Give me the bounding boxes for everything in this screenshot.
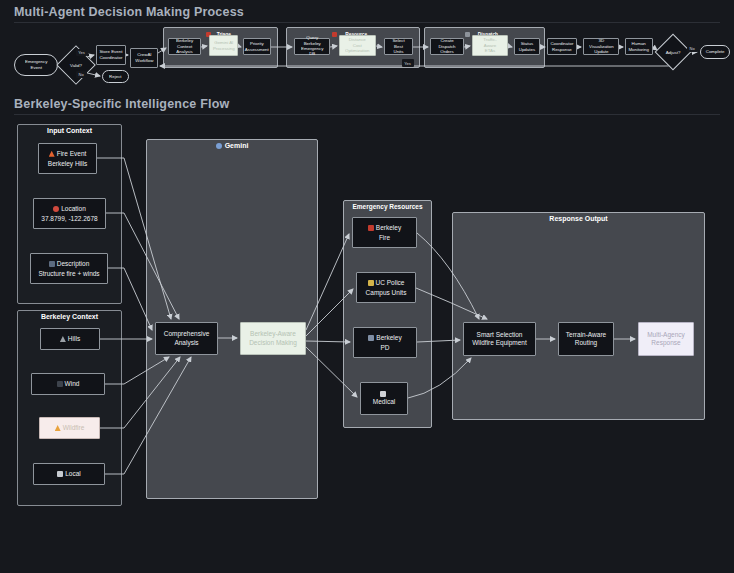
node-berkeley-fire: Berkeley Fire bbox=[352, 217, 417, 248]
node-uc-police: UC Police Campus Units bbox=[356, 272, 416, 303]
node-location: Location 37.8799, -122.2678 bbox=[33, 198, 106, 229]
node-create-dispatch-orders: Create Dispatch Orders bbox=[430, 38, 464, 55]
node-human-monitoring: Human Monitoring bbox=[625, 38, 653, 55]
node-reject: Reject bbox=[102, 70, 129, 83]
fire-truck-icon bbox=[368, 225, 374, 231]
node-multi-agency-response: Multi-Agency Response bbox=[638, 322, 694, 356]
node-distance-cost-optimization: Distance Cost Optimization bbox=[339, 35, 376, 56]
node-status-updates: Status Updates bbox=[514, 38, 540, 55]
node-crewai-workflow: CrewAI Workflow bbox=[130, 48, 158, 68]
edge-label-valid-yes: Yes bbox=[76, 49, 87, 56]
node-local: Local bbox=[33, 463, 105, 485]
edge-label-valid-no: No bbox=[76, 71, 87, 78]
home-icon bbox=[49, 261, 55, 267]
node-store-event-coordinator: Store Event Coordinator bbox=[96, 45, 126, 65]
diagram-page: Multi-Agent Decision Making Process Berk… bbox=[0, 0, 734, 573]
node-smart-selection-wildfire-equipment: Smart Selection Wildfire Equipment bbox=[463, 322, 536, 356]
node-gemini-ai-processing: Gemini AI Processing bbox=[209, 35, 238, 56]
node-terrain-aware-routing: Terrain-Aware Routing bbox=[558, 322, 614, 356]
fire-icon bbox=[49, 151, 55, 157]
node-valid-label: Valid? bbox=[54, 61, 98, 70]
police-car-icon bbox=[368, 335, 374, 341]
node-berkeley-aware-decision-making: Berkeley-Aware Decision Making bbox=[240, 322, 306, 355]
warning-icon bbox=[55, 425, 61, 431]
node-fire-event: Fire Event Berkeley Hills bbox=[38, 143, 97, 174]
node-comprehensive-analysis: Comprehensive Analysis bbox=[155, 322, 218, 355]
node-coordinator-response: Coordinator Response bbox=[547, 38, 577, 55]
node-berkeley-context-analysis: Berkeley Context Analysis bbox=[168, 38, 201, 55]
node-priority-assessment: Priority Assessment bbox=[243, 38, 271, 55]
node-hills: Hills bbox=[40, 328, 100, 350]
police-officer-icon bbox=[368, 280, 374, 286]
node-berkeley-pd: Berkeley PD bbox=[353, 327, 417, 358]
wind-icon bbox=[57, 381, 63, 387]
location-pin-icon bbox=[53, 206, 59, 212]
node-medical: Medical bbox=[360, 382, 408, 415]
node-description: Description Structure fire + winds bbox=[30, 253, 108, 284]
node-visualization-update: 3D Visualization Update bbox=[583, 38, 619, 55]
node-select-best-units: Select Best Units bbox=[384, 38, 413, 55]
node-wind: Wind bbox=[31, 373, 105, 395]
node-query-berkeley-db: Query Berkeley Emergency DB bbox=[294, 38, 330, 55]
node-traffic-aware-etas: Traffic-Aware ETAs bbox=[472, 35, 508, 56]
edge-label-adjust-yes: Yes bbox=[402, 59, 414, 67]
node-complete: Complete bbox=[700, 45, 730, 59]
node-wildfire: Wildfire bbox=[39, 417, 100, 439]
mountain-icon bbox=[60, 336, 66, 342]
clipboard-icon bbox=[57, 471, 63, 477]
edge-label-adjust-no: No bbox=[687, 45, 698, 52]
node-emergency-event: Emergency Event bbox=[14, 54, 58, 76]
